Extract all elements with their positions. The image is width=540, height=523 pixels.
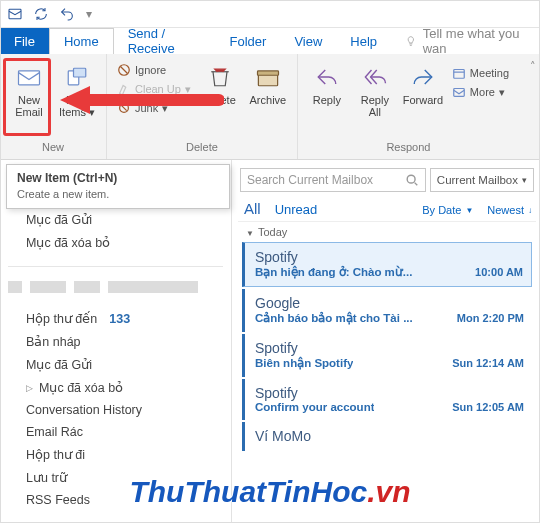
message-from: Ví MoMo — [255, 428, 524, 444]
nav-sent-fav[interactable]: Mục đã Gửi — [8, 208, 223, 231]
nav-deleted[interactable]: ▷Mục đã xóa bỏ — [8, 376, 223, 399]
cleanup-button[interactable]: Clean Up ▾ — [113, 80, 195, 98]
svg-rect-9 — [454, 89, 465, 97]
nav-outbox[interactable]: Hộp thư đi — [8, 443, 223, 466]
delete-button[interactable]: Delete — [197, 58, 243, 109]
collapse-ribbon-icon[interactable]: ˄ — [530, 60, 536, 73]
reply-button[interactable]: Reply — [304, 58, 350, 109]
reply-icon — [311, 61, 343, 93]
new-email-button[interactable]: New Email — [6, 58, 52, 121]
nav-drafts[interactable]: Bản nháp — [8, 330, 223, 353]
ignore-button[interactable]: Ignore — [113, 61, 195, 79]
nav-junk[interactable]: Email Rác — [8, 421, 223, 443]
message-item[interactable]: SpotifyConfirm your accountSun 12:05 AM — [242, 379, 532, 420]
content-body: Mục đã Gửi Mục đã xóa bỏ Hộp thư đến133 … — [0, 160, 540, 523]
archive-icon — [252, 61, 284, 93]
customize-qat-dropdown[interactable]: ▾ — [84, 5, 94, 23]
folder-pane: Mục đã Gửi Mục đã xóa bỏ Hộp thư đến133 … — [0, 160, 232, 523]
group-delete: Ignore Clean Up ▾ Junk ▾ Delete — [107, 54, 298, 159]
delete-icon — [204, 61, 236, 93]
tab-home[interactable]: Home — [49, 28, 114, 54]
outlook-app-icon — [6, 5, 24, 23]
svg-rect-1 — [19, 71, 40, 85]
message-list-pane: Search Current Mailbox Current Mailbox▾ … — [232, 160, 540, 523]
date-group-today[interactable]: Today — [238, 221, 536, 242]
message-item[interactable]: GoogleCảnh báo bảo mật cho Tài ...Mon 2:… — [242, 289, 532, 332]
archive-button[interactable]: Archive — [245, 58, 291, 109]
nav-rss[interactable]: RSS Feeds — [8, 489, 223, 511]
respond-more-button[interactable]: More ▾ — [448, 83, 513, 101]
filter-all[interactable]: All — [244, 200, 261, 217]
search-scope-dropdown[interactable]: Current Mailbox▾ — [430, 168, 534, 192]
sort-order-dropdown[interactable]: Newest↓ — [487, 204, 532, 216]
filter-unread[interactable]: Unread — [275, 202, 318, 217]
message-from: Spotify — [255, 385, 524, 401]
nav-deleted-fav[interactable]: Mục đã xóa bỏ — [8, 231, 223, 254]
svg-rect-3 — [74, 68, 86, 77]
group-respond: Reply Reply All Forward Meeting — [298, 54, 519, 159]
tab-folder[interactable]: Folder — [216, 28, 281, 54]
tooltip-desc: Create a new item. — [17, 188, 219, 200]
tab-file[interactable]: File — [0, 28, 49, 54]
group-label-respond: Respond — [304, 139, 513, 157]
undo-icon[interactable] — [58, 5, 76, 23]
nav-sent[interactable]: Mục đã Gửi — [8, 353, 223, 376]
forward-icon — [407, 61, 439, 93]
svg-rect-0 — [9, 9, 21, 18]
title-bar: ▾ — [0, 0, 540, 28]
message-from: Google — [255, 295, 524, 311]
svg-rect-8 — [454, 70, 465, 79]
account-header-redacted[interactable] — [8, 281, 223, 297]
message-from: Spotify — [255, 249, 523, 265]
new-items-button[interactable]: New Items ▾ — [54, 58, 100, 121]
message-item[interactable]: Ví MoMo — [242, 422, 532, 451]
more-icon — [452, 85, 466, 99]
message-item[interactable]: SpotifyBiên nhận SpotifySun 12:14 AM — [242, 334, 532, 377]
group-new: New Email New Items ▾ New — [0, 54, 107, 159]
message-subject: Cảnh báo bảo mật cho Tài ... — [255, 311, 413, 325]
lightbulb-icon — [405, 34, 417, 48]
message-item[interactable]: SpotifyBạn hiện đang ở: Chào mừ...10:00 … — [242, 242, 532, 287]
new-items-icon — [61, 61, 93, 93]
svg-point-10 — [407, 175, 415, 183]
tell-me-search[interactable]: Tell me what you wan — [391, 28, 540, 54]
message-from: Spotify — [255, 340, 524, 356]
junk-icon — [117, 101, 131, 115]
qat-sendreceive-icon[interactable] — [32, 5, 50, 23]
message-subject: Bạn hiện đang ở: Chào mừ... — [255, 265, 412, 279]
svg-rect-6 — [258, 74, 277, 85]
reply-all-button[interactable]: Reply All — [352, 58, 398, 121]
meeting-icon — [452, 66, 466, 80]
svg-rect-7 — [257, 71, 278, 75]
new-email-tooltip: New Item (Ctrl+N) Create a new item. — [6, 164, 230, 209]
message-subject: Biên nhận Spotify — [255, 356, 353, 370]
new-email-icon — [13, 61, 45, 93]
junk-button[interactable]: Junk ▾ — [113, 99, 195, 117]
ribbon: ˄ New Email New Items ▾ New — [0, 54, 540, 160]
sort-by-dropdown[interactable]: By Date▼ — [422, 204, 473, 216]
group-label-new: New — [6, 139, 100, 157]
meeting-button[interactable]: Meeting — [448, 64, 513, 82]
filter-row: All Unread By Date▼ Newest↓ — [238, 200, 536, 221]
message-time: Sun 12:05 AM — [452, 401, 524, 413]
nav-conversation-history[interactable]: Conversation History — [8, 399, 223, 421]
tab-help[interactable]: Help — [336, 28, 391, 54]
message-time: Sun 12:14 AM — [452, 357, 524, 369]
message-subject: Confirm your account — [255, 401, 374, 413]
tooltip-title: New Item (Ctrl+N) — [17, 171, 219, 185]
reply-all-icon — [359, 61, 391, 93]
ribbon-tabstrip: File Home Send / Receive Folder View Hel… — [0, 28, 540, 54]
message-time: 10:00 AM — [475, 266, 523, 278]
tab-view[interactable]: View — [280, 28, 336, 54]
tab-sendreceive[interactable]: Send / Receive — [114, 28, 216, 54]
search-input[interactable]: Search Current Mailbox — [240, 168, 426, 192]
nav-inbox[interactable]: Hộp thư đến133 — [8, 307, 223, 330]
group-label-delete: Delete — [113, 139, 291, 157]
forward-button[interactable]: Forward — [400, 58, 446, 109]
message-time: Mon 2:20 PM — [457, 312, 524, 324]
ignore-icon — [117, 63, 131, 77]
cleanup-icon — [117, 82, 131, 96]
search-icon — [405, 173, 419, 187]
nav-archive[interactable]: Lưu trữ — [8, 466, 223, 489]
